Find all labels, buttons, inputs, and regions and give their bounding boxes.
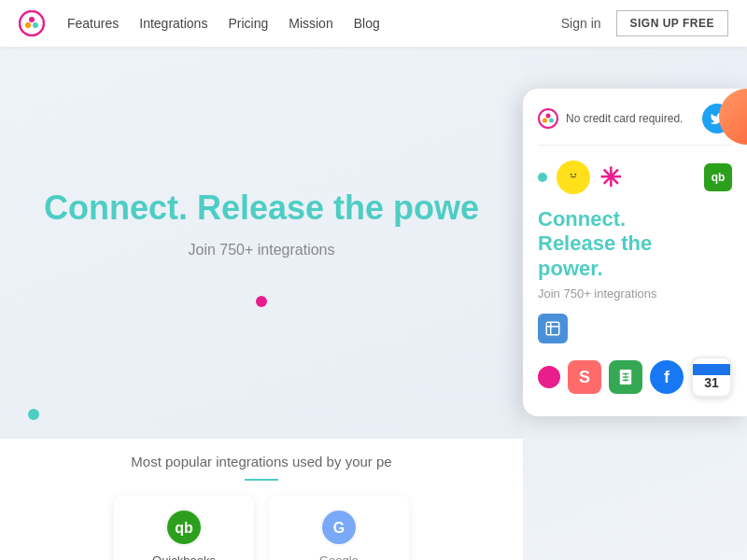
phone-bottom-icons: S f 31 xyxy=(538,357,732,398)
svg-point-9 xyxy=(546,114,551,119)
nav-pricing[interactable]: Pricing xyxy=(228,16,268,31)
calendar-number: 31 xyxy=(704,375,719,390)
calendar-top xyxy=(693,364,730,375)
phone-popup-header: No credit card required. xyxy=(538,104,732,146)
phone-main-title: Connect. Release the power. xyxy=(538,207,732,281)
phone-icons-row: ✳ qb xyxy=(538,161,732,194)
svg-point-10 xyxy=(543,119,547,123)
google-icon: G xyxy=(320,509,358,546)
svg-point-8 xyxy=(539,109,557,128)
quickbooks-label: Quickbooks xyxy=(152,553,216,561)
nav-links: Features Integrations Pricing Mission Bl… xyxy=(67,16,561,31)
quickbooks-icon: qb xyxy=(165,509,203,546)
svg-text:G: G xyxy=(333,520,345,536)
no-cc-text: No credit card required. xyxy=(566,112,683,125)
stripe-icon: S xyxy=(568,360,601,394)
integration-cards: qb Quickbooks G Google xyxy=(0,496,523,560)
asterisk-icon: ✳ xyxy=(599,162,621,193)
svg-point-1 xyxy=(29,17,35,22)
phone-logo-icon xyxy=(538,108,558,129)
signup-button[interactable]: SIGN UP FREE xyxy=(616,10,728,36)
bottom-section: Most popular integrations used by your p… xyxy=(0,439,523,560)
hero-subtitle: Join 750+ integrations xyxy=(189,242,335,259)
navbar: Features Integrations Pricing Mission Bl… xyxy=(0,0,747,47)
quickbooks-card: qb Quickbooks xyxy=(114,496,254,560)
hero-title: Connect. Release the powe xyxy=(44,188,479,228)
signin-link[interactable]: Sign in xyxy=(561,16,601,31)
google-card: G Google xyxy=(269,496,409,560)
svg-point-15 xyxy=(574,174,576,175)
facebook-icon: f xyxy=(650,360,684,394)
svg-point-2 xyxy=(25,22,31,28)
nav-integrations[interactable]: Integrations xyxy=(139,16,207,31)
svg-point-14 xyxy=(571,174,572,175)
svg-rect-16 xyxy=(546,322,559,335)
svg-text:qb: qb xyxy=(175,520,193,536)
hero-pink-dot xyxy=(256,296,267,307)
hero-teal-dot xyxy=(28,409,39,420)
logo[interactable] xyxy=(19,10,45,36)
quickbooks-right-icon: qb xyxy=(704,163,732,191)
svg-point-3 xyxy=(33,22,38,28)
google-label: Google xyxy=(319,553,359,561)
nav-blog[interactable]: Blog xyxy=(354,16,380,31)
integrations-heading: Most popular integrations used by your p… xyxy=(0,439,523,469)
integrations-underline xyxy=(245,479,278,481)
phone-green-dot xyxy=(538,173,547,182)
calendar-icon: 31 xyxy=(691,357,732,398)
hero-section: Connect. Release the powe Join 750+ inte… xyxy=(0,47,523,448)
phone-main-subtitle: Join 750+ integrations xyxy=(538,287,732,301)
svg-point-11 xyxy=(549,119,554,123)
nav-features[interactable]: Features xyxy=(67,16,119,31)
sheets-icon xyxy=(609,360,642,394)
nav-mission[interactable]: Mission xyxy=(289,16,332,31)
nav-right: Sign in SIGN UP FREE xyxy=(561,10,728,36)
svg-point-0 xyxy=(20,11,44,35)
phone-pink-dot xyxy=(538,366,560,388)
phone-popup: No credit card required. ✳ qb Connect. R… xyxy=(523,89,747,416)
blueprint-icon xyxy=(538,314,568,343)
mailchimp-icon xyxy=(557,161,590,194)
